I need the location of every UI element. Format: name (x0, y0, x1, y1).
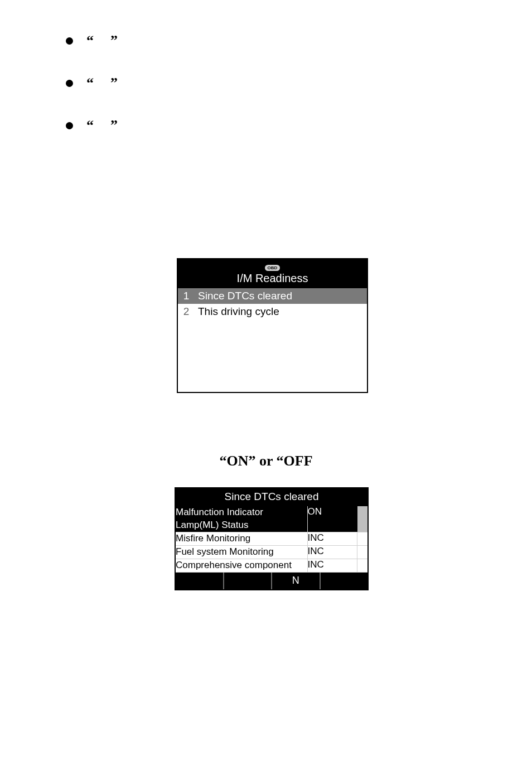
row-value: ON (307, 506, 357, 532)
left-quote: “ (86, 32, 95, 49)
scroll-indicator (357, 545, 368, 559)
row-label: Misfire Monitoring (176, 532, 307, 545)
left-quote: “ (86, 75, 95, 91)
footer-segment[interactable] (176, 573, 224, 589)
row-label: Fuel system Monitoring (176, 545, 307, 559)
screen-title: Since DTCs cleared (176, 488, 367, 506)
right-quote: ” (110, 32, 119, 49)
scroll-indicator (357, 506, 368, 532)
left-quote: “ (86, 117, 95, 133)
footer-segment-n[interactable]: N (272, 573, 321, 589)
menu-item-since-dtcs-cleared[interactable]: 1 Since DTCs cleared (178, 288, 367, 304)
status-table: Malfunction Indicator Lamp(ML) Status ON… (176, 506, 367, 573)
table-row: Comprehensive component INC (176, 559, 367, 572)
bullet-item: “” (66, 117, 119, 134)
bullet-dot-icon (66, 122, 73, 129)
bullet-quotes: “” (86, 75, 119, 91)
scroll-indicator (357, 532, 368, 545)
right-quote: ” (110, 75, 119, 91)
scroll-indicator (357, 559, 368, 572)
bullet-quotes: “” (86, 32, 119, 49)
obd-badge: OBD (265, 265, 280, 271)
table-row: Malfunction Indicator Lamp(ML) Status ON (176, 506, 367, 532)
bullet-dot-icon (66, 37, 73, 45)
footer-segment[interactable] (321, 573, 368, 589)
screen-title: I/M Readiness (237, 272, 308, 284)
footer-bar: N (176, 573, 367, 589)
since-dtcs-cleared-screen: Since DTCs cleared Malfunction Indicator… (175, 487, 369, 590)
table-row: Fuel system Monitoring INC (176, 545, 367, 559)
bullet-dot-icon (66, 80, 73, 87)
bullet-item: “” (66, 75, 119, 91)
row-value: INC (307, 559, 357, 572)
empty-area (178, 319, 367, 392)
bullet-list: “” “” “” (66, 32, 119, 159)
footer-segment[interactable] (224, 573, 273, 589)
row-label: Malfunction Indicator Lamp(ML) Status (176, 506, 307, 532)
row-value: INC (307, 545, 357, 559)
row-label: Comprehensive component (176, 559, 307, 572)
table-row: Misfire Monitoring INC (176, 532, 367, 545)
bullet-quotes: “” (86, 117, 119, 134)
row-number: 1 (178, 288, 195, 304)
screen-header: OBD I/M Readiness (178, 259, 367, 288)
row-value: INC (307, 532, 357, 545)
menu-item-this-driving-cycle[interactable]: 2 This driving cycle (178, 304, 367, 319)
im-readiness-screen: OBD I/M Readiness 1 Since DTCs cleared 2… (177, 258, 368, 393)
on-off-heading: “ON” or “OFF (0, 453, 532, 469)
row-number: 2 (178, 304, 195, 319)
right-quote: ” (110, 117, 119, 133)
row-label: This driving cycle (195, 304, 367, 319)
bullet-item: “” (66, 32, 119, 49)
row-label: Since DTCs cleared (195, 288, 367, 304)
